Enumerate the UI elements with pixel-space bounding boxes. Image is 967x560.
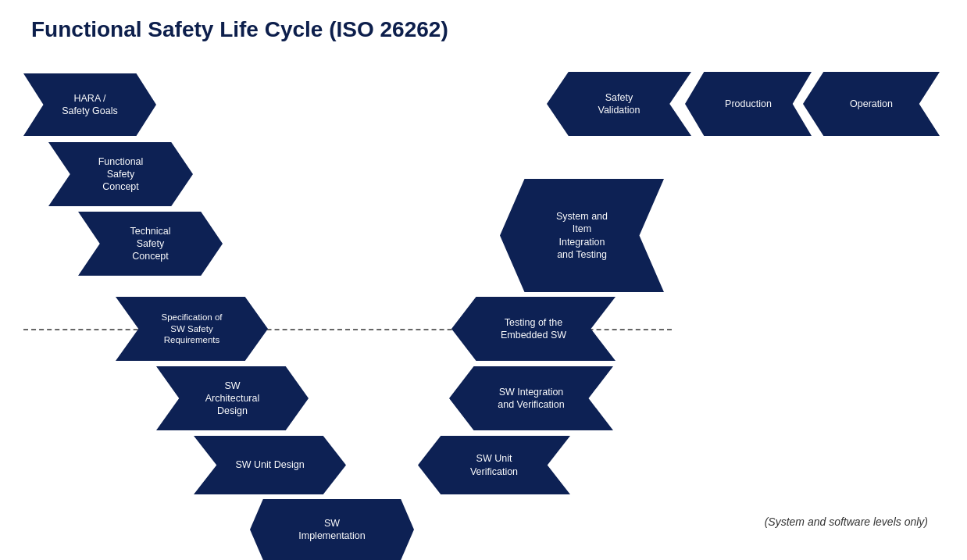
diagram-container: HARA / Safety Goals Functional Safety Co…: [0, 50, 967, 550]
hara-block: HARA / Safety Goals: [23, 73, 156, 136]
production-block: Production: [685, 72, 812, 136]
page-title: Functional Safety Life Cycle (ISO 26262): [0, 0, 967, 50]
sw-arch-block: SW Architectural Design: [156, 366, 309, 430]
sw-spec-block: Specification of SW Safety Requirements: [116, 297, 268, 361]
sys-int-block: System and Item Integration and Testing: [500, 179, 664, 292]
sw-unit-ver-block: SW Unit Verification: [418, 436, 570, 494]
sw-unit-design-block: SW Unit Design: [194, 436, 346, 494]
safety-val-block: Safety Validation: [547, 72, 691, 136]
sw-int-ver-block: SW Integration and Verification: [449, 366, 613, 430]
fsc-block: Functional Safety Concept: [48, 142, 193, 206]
sw-impl-block: SW Implementation: [250, 499, 414, 560]
system-note: (System and software levels only): [765, 515, 928, 528]
operation-block: Operation: [803, 72, 940, 136]
tsc-block: Technical Safety Concept: [78, 212, 223, 276]
test-embedded-block: Testing of the Embedded SW: [451, 297, 616, 361]
